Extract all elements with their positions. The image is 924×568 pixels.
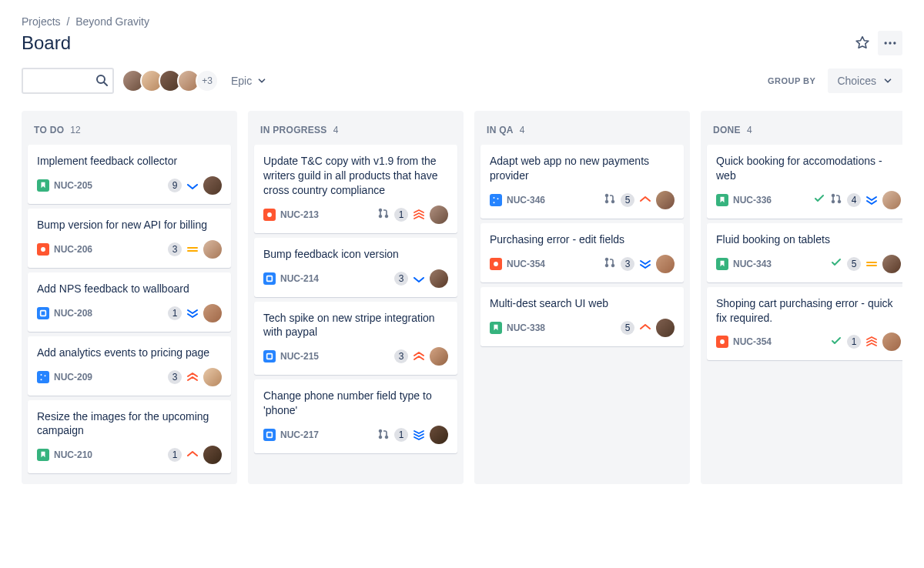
breadcrumb: Projects / Beyond Gravity: [22, 15, 902, 28]
priority-high-icon: [186, 371, 199, 383]
priority-low-icon: [639, 258, 651, 270]
assignee-avatar[interactable]: [656, 255, 675, 273]
issue-card[interactable]: Implement feedback collector NUC-205 9: [28, 145, 231, 204]
breadcrumb-projects[interactable]: Projects: [22, 15, 61, 28]
issue-key: NUC-205: [54, 180, 92, 191]
assignee-avatar[interactable]: [882, 332, 901, 351]
assignee-avatar[interactable]: [430, 426, 448, 444]
assignee-filter-avatars: +3: [126, 69, 219, 92]
card-title: Shoping cart purchasing error - quick fi…: [716, 296, 901, 326]
issue-key: NUC-206: [54, 244, 92, 255]
card-title: Bump version for new API for billing: [37, 218, 222, 232]
column-title: IN PROGRESS: [260, 125, 327, 135]
priority-low-icon: [413, 272, 425, 285]
column-header[interactable]: TO DO 12: [28, 117, 231, 145]
group-by-value: Choices: [837, 75, 876, 87]
issue-key: NUC-215: [280, 351, 319, 362]
issue-card[interactable]: Bump feedback icon version NUC-214 3: [254, 238, 457, 297]
issue-card[interactable]: Resize the images for the upcoming campa…: [28, 400, 231, 474]
card-title: Purchasing error - edit fields: [490, 232, 675, 247]
issue-key: NUC-214: [280, 273, 319, 284]
assignee-avatar[interactable]: [203, 176, 222, 195]
assignee-avatar[interactable]: [203, 368, 222, 386]
assignee-avatar[interactable]: [203, 304, 222, 322]
priority-highest-icon: [413, 209, 425, 221]
priority-lowest-icon: [413, 429, 425, 441]
story-points-badge: 1: [168, 448, 182, 462]
column-in-qa: IN QA 4 Adapt web app no new payments pr…: [474, 111, 690, 484]
issue-type-task-icon: [263, 429, 276, 441]
issue-key: NUC-354: [733, 336, 772, 347]
column-done: DONE 4 Quick booking for accomodations -…: [701, 111, 902, 484]
pr-count-badge: 5: [621, 193, 634, 207]
issue-type-task-icon: [37, 307, 49, 319]
issue-key: NUC-210: [54, 449, 92, 460]
epic-filter-button[interactable]: Epic: [231, 75, 267, 87]
chevron-down-icon: [882, 75, 893, 86]
issue-type-story-icon: [716, 258, 728, 270]
priority-high-icon: [639, 322, 651, 334]
board: TO DO 12 Implement feedback collector NU…: [22, 111, 902, 484]
card-title: Resize the images for the upcoming campa…: [37, 409, 222, 439]
group-by-dropdown[interactable]: Choices: [828, 68, 902, 93]
assignee-avatar[interactable]: [882, 255, 901, 273]
issue-card[interactable]: Add analytics events to pricing page NUC…: [28, 336, 231, 396]
pull-request-icon: [377, 207, 390, 222]
issue-card[interactable]: Change phone number field type to 'phone…: [254, 379, 457, 453]
issue-type-story-icon: [716, 194, 728, 206]
card-title: Bump feedback icon version: [263, 247, 448, 262]
search-input[interactable]: [23, 74, 85, 88]
issue-card[interactable]: Update T&C copy with v1.9 from the write…: [254, 145, 457, 233]
column-header[interactable]: IN QA 4: [480, 117, 684, 145]
issue-card[interactable]: Fluid booking on tablets NUC-343 5: [707, 223, 902, 282]
assignee-avatar[interactable]: [882, 191, 901, 209]
star-button[interactable]: [850, 31, 875, 55]
issue-type-subtask-icon: [37, 371, 49, 383]
pull-request-icon: [604, 192, 616, 207]
column-header[interactable]: IN PROGRESS 4: [254, 117, 457, 145]
assignee-avatar[interactable]: [203, 446, 222, 464]
assignee-avatar[interactable]: [656, 319, 675, 337]
issue-card[interactable]: Quick booking for accomodations - web NU…: [707, 145, 902, 219]
issue-card[interactable]: Purchasing error - edit fields NUC-354 3: [480, 223, 684, 282]
card-title: Multi-dest search UI web: [490, 296, 675, 311]
pr-count-badge: 3: [621, 257, 634, 271]
pull-request-icon: [604, 256, 616, 271]
priority-high-icon: [639, 194, 651, 206]
star-icon: [855, 35, 870, 51]
breadcrumb-project-name[interactable]: Beyond Gravity: [75, 15, 149, 28]
story-points-badge: 9: [168, 179, 182, 192]
issue-card[interactable]: Add NPS feedback to wallboard NUC-208 1: [28, 272, 231, 332]
issue-card[interactable]: Shoping cart purchasing error - quick fi…: [707, 287, 902, 361]
card-title: Quick booking for accomodations - web: [716, 154, 901, 183]
issue-card[interactable]: Multi-dest search UI web NUC-338 5: [480, 287, 684, 346]
group-by-label: GROUP BY: [768, 76, 815, 85]
story-points-badge: 5: [621, 321, 634, 335]
assignee-avatar[interactable]: [656, 191, 675, 209]
issue-key: NUC-338: [507, 322, 545, 333]
priority-highest-icon: [865, 336, 878, 348]
issue-card[interactable]: Tech spike on new stripe integration wit…: [254, 302, 457, 376]
avatar-more-button[interactable]: +3: [196, 69, 219, 92]
assignee-avatar[interactable]: [430, 269, 448, 288]
more-actions-button[interactable]: [878, 31, 902, 55]
assignee-avatar[interactable]: [203, 240, 222, 259]
issue-type-story-icon: [37, 449, 49, 461]
issue-key: NUC-213: [280, 209, 319, 220]
card-title: Fluid booking on tablets: [716, 232, 901, 247]
epic-filter-label: Epic: [231, 75, 252, 87]
chevron-down-icon: [256, 75, 267, 86]
pr-count-badge: 1: [394, 208, 408, 222]
assignee-avatar[interactable]: [430, 205, 448, 224]
priority-low-icon: [186, 307, 199, 319]
pr-count-badge: 4: [847, 193, 861, 207]
issue-card[interactable]: Adapt web app no new payments provider N…: [480, 145, 684, 219]
issue-key: NUC-209: [54, 372, 92, 383]
assignee-avatar[interactable]: [430, 347, 448, 366]
done-check-icon: [813, 192, 825, 207]
column-header[interactable]: DONE 4: [707, 117, 902, 145]
issue-card[interactable]: Bump version for new API for billing NUC…: [28, 209, 231, 268]
story-points-badge: 1: [168, 306, 182, 320]
pull-request-icon: [377, 428, 390, 443]
search-input-wrapper[interactable]: [22, 68, 114, 94]
